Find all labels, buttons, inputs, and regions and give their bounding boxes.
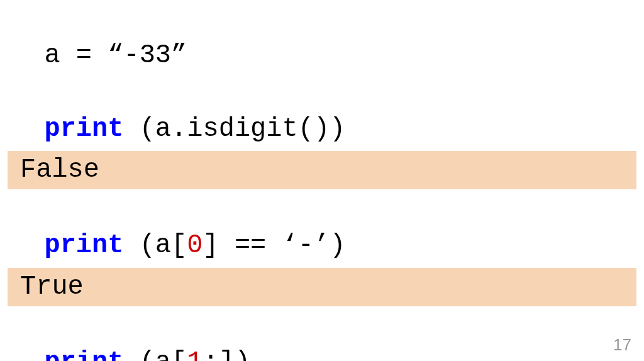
code-line-3: print (a[0] == ‘-’) — [0, 192, 644, 265]
code-text: (a[ — [123, 347, 187, 361]
code-text: a = “-33” — [44, 40, 187, 70]
print-keyword: print — [44, 230, 123, 260]
code-text: (a.isdigit()) — [123, 114, 345, 144]
index-number: 1 — [187, 347, 203, 361]
code-line-4: print (a[1:]) — [0, 309, 644, 361]
print-keyword: print — [44, 114, 123, 144]
output-text: False — [20, 155, 99, 185]
code-line-2: print (a.isdigit()) — [0, 75, 644, 148]
code-text: ] == ‘-’) — [203, 230, 346, 260]
index-number: 0 — [187, 230, 203, 260]
code-text: (a[ — [123, 230, 187, 260]
code-line-1: a = “-33” — [0, 1, 644, 75]
output-line-2: True — [8, 268, 636, 306]
page-number: 17 — [613, 335, 631, 355]
code-text: :]) — [203, 347, 251, 361]
print-keyword: print — [44, 347, 123, 361]
output-text: True — [20, 272, 84, 302]
output-line-1: False — [8, 151, 636, 189]
